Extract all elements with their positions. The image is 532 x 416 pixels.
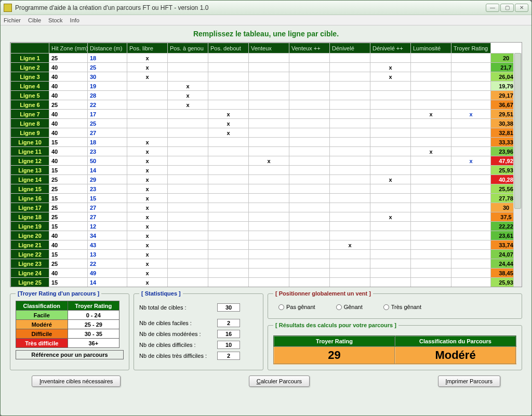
table-row[interactable]: Ligne 12518x20 bbox=[11, 53, 522, 63]
cell-distance[interactable]: 27 bbox=[88, 212, 127, 222]
cell-mark[interactable] bbox=[330, 72, 370, 82]
cell-hitzone[interactable]: 40 bbox=[49, 110, 88, 119]
cell-mark[interactable] bbox=[451, 53, 491, 63]
cell-mark[interactable] bbox=[370, 269, 411, 278]
cell-mark[interactable]: x bbox=[127, 250, 168, 259]
cell-hitzone[interactable]: 15 bbox=[49, 222, 88, 231]
cell-mark[interactable] bbox=[249, 138, 289, 147]
cell-mark[interactable] bbox=[411, 63, 451, 72]
cell-mark[interactable] bbox=[289, 184, 330, 194]
cell-mark[interactable] bbox=[451, 194, 491, 203]
cell-mark[interactable] bbox=[168, 269, 208, 278]
cell-mark[interactable]: x bbox=[208, 110, 249, 119]
cell-mark[interactable] bbox=[249, 259, 289, 269]
cell-mark[interactable] bbox=[289, 110, 330, 119]
cell-mark[interactable] bbox=[168, 194, 208, 203]
vertical-scrollbar[interactable] bbox=[513, 53, 522, 287]
cell-hitzone[interactable]: 40 bbox=[49, 82, 88, 91]
cell-hitzone[interactable]: 40 bbox=[49, 147, 88, 156]
table-row[interactable]: Ligne 251514x25,93 bbox=[11, 278, 522, 287]
menu-info[interactable]: Info bbox=[70, 17, 79, 23]
wind-option[interactable]: Gênant bbox=[336, 304, 363, 310]
cell-mark[interactable] bbox=[249, 231, 289, 240]
cell-mark[interactable]: x bbox=[127, 138, 168, 147]
cell-mark[interactable] bbox=[289, 212, 330, 222]
cell-distance[interactable]: 27 bbox=[88, 203, 127, 212]
cell-mark[interactable] bbox=[249, 250, 289, 259]
cell-hitzone[interactable]: 40 bbox=[49, 269, 88, 278]
cell-mark[interactable] bbox=[330, 156, 370, 166]
cell-mark[interactable] bbox=[127, 128, 168, 138]
cell-distance[interactable]: 15 bbox=[88, 194, 127, 203]
cell-mark[interactable] bbox=[249, 203, 289, 212]
cell-mark[interactable]: x bbox=[127, 269, 168, 278]
cell-mark[interactable]: x bbox=[127, 259, 168, 269]
cell-mark[interactable] bbox=[330, 63, 370, 72]
cell-mark[interactable]: x bbox=[370, 72, 411, 82]
cell-mark[interactable] bbox=[411, 212, 451, 222]
cell-mark[interactable] bbox=[411, 53, 451, 63]
menu-fichier[interactable]: Fichier bbox=[4, 17, 21, 23]
cell-mark[interactable]: x bbox=[330, 240, 370, 250]
cell-mark[interactable] bbox=[168, 166, 208, 175]
cell-mark[interactable] bbox=[411, 240, 451, 250]
cell-mark[interactable] bbox=[208, 100, 249, 110]
table-row[interactable]: Ligne 161515x27,78 bbox=[11, 194, 522, 203]
cell-mark[interactable] bbox=[289, 119, 330, 128]
cell-mark[interactable]: x bbox=[127, 156, 168, 166]
cell-mark[interactable] bbox=[451, 231, 491, 240]
cell-mark[interactable] bbox=[168, 147, 208, 156]
cell-mark[interactable] bbox=[451, 166, 491, 175]
cell-mark[interactable] bbox=[451, 63, 491, 72]
cell-mark[interactable]: x bbox=[127, 166, 168, 175]
cell-mark[interactable] bbox=[168, 212, 208, 222]
cell-mark[interactable] bbox=[249, 72, 289, 82]
cell-mark[interactable] bbox=[370, 184, 411, 194]
cell-mark[interactable] bbox=[249, 82, 289, 91]
cell-mark[interactable] bbox=[451, 184, 491, 194]
cell-mark[interactable] bbox=[370, 259, 411, 269]
cell-mark[interactable] bbox=[370, 250, 411, 259]
cell-mark[interactable] bbox=[208, 240, 249, 250]
cell-hitzone[interactable]: 40 bbox=[49, 156, 88, 166]
cell-mark[interactable] bbox=[411, 259, 451, 269]
cell-mark[interactable]: x bbox=[127, 147, 168, 156]
cell-mark[interactable] bbox=[451, 82, 491, 91]
cell-mark[interactable] bbox=[249, 222, 289, 231]
cell-mark[interactable] bbox=[289, 100, 330, 110]
cell-mark[interactable] bbox=[249, 147, 289, 156]
table-row[interactable]: Ligne 172527x30 bbox=[11, 203, 522, 212]
cell-mark[interactable] bbox=[289, 53, 330, 63]
cell-mark[interactable] bbox=[370, 222, 411, 231]
cell-mark[interactable]: x bbox=[127, 175, 168, 184]
cell-mark[interactable]: x bbox=[127, 203, 168, 212]
cell-mark[interactable] bbox=[330, 203, 370, 212]
cell-mark[interactable] bbox=[411, 119, 451, 128]
cell-mark[interactable] bbox=[330, 147, 370, 156]
cell-mark[interactable]: x bbox=[370, 212, 411, 222]
cell-mark[interactable] bbox=[208, 53, 249, 63]
cell-mark[interactable] bbox=[370, 203, 411, 212]
cell-mark[interactable] bbox=[208, 156, 249, 166]
cell-mark[interactable]: x bbox=[208, 128, 249, 138]
table-row[interactable]: Ligne 74017xxx29,51 bbox=[11, 110, 522, 119]
cell-mark[interactable]: x bbox=[168, 91, 208, 100]
cell-mark[interactable] bbox=[370, 156, 411, 166]
cell-mark[interactable] bbox=[330, 250, 370, 259]
cell-mark[interactable] bbox=[451, 175, 491, 184]
table-row[interactable]: Ligne 232522x24,44 bbox=[11, 259, 522, 269]
table-row[interactable]: Ligne 182527xx37,5 bbox=[11, 212, 522, 222]
cell-mark[interactable] bbox=[330, 110, 370, 119]
cell-mark[interactable] bbox=[451, 91, 491, 100]
cell-hitzone[interactable]: 40 bbox=[49, 231, 88, 240]
cell-mark[interactable] bbox=[289, 156, 330, 166]
table-row[interactable]: Ligne 214043xx33,74 bbox=[11, 240, 522, 250]
close-button[interactable]: ✕ bbox=[515, 4, 528, 12]
cell-mark[interactable] bbox=[127, 100, 168, 110]
table-row[interactable]: Ligne 114023xx23,96 bbox=[11, 147, 522, 156]
cell-mark[interactable]: x bbox=[127, 231, 168, 240]
cell-mark[interactable]: x bbox=[370, 175, 411, 184]
cell-mark[interactable] bbox=[370, 240, 411, 250]
cell-mark[interactable] bbox=[289, 240, 330, 250]
cell-mark[interactable] bbox=[168, 240, 208, 250]
